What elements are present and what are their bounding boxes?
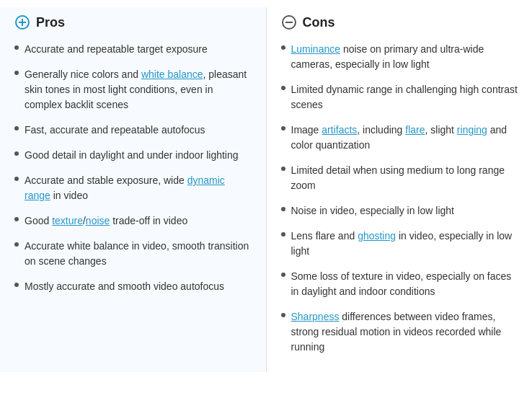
list-item-text: Mostly accurate and smooth video autofoc… [25,279,252,294]
list-item: Accurate white balance in video, smooth … [14,239,252,269]
pros-title: Pros [36,15,65,30]
bullet-icon [14,217,19,221]
list-item: Mostly accurate and smooth video autofoc… [14,279,252,294]
link[interactable]: Luminance [291,43,341,55]
bullet-icon [281,232,285,237]
list-item-text: Sharpness differences between video fram… [291,309,518,355]
bullet-icon [281,207,285,211]
bullet-icon [14,126,19,131]
pros-header: Pros [14,14,252,30]
list-item-text: Image artifacts, including flare, slight… [291,123,518,153]
cons-column: Cons Luminance noise on primary and ultr… [267,7,533,372]
bullet-icon [14,71,19,75]
list-item: Fast, accurate and repeatable autofocus [14,123,252,138]
list-item-text: Accurate white balance in video, smooth … [25,239,252,269]
pros-icon [14,14,30,30]
list-item-text: Lens flare and ghosting in video, especi… [291,229,518,259]
list-item-text: Limited dynamic range in challenging hig… [291,82,518,112]
bullet-icon [14,151,19,156]
list-item: Generally nice colors and white balance,… [14,67,252,112]
list-item: Good texture/noise trade-off in video [14,213,252,229]
list-item-text: Fast, accurate and repeatable autofocus [25,123,252,138]
bullet-icon [281,126,285,131]
bullet-icon [14,177,19,181]
pros-list: Accurate and repeatable target exposureG… [14,42,252,294]
list-item: Noise in video, especially in low light [281,203,518,218]
pros-column: Pros Accurate and repeatable target expo… [0,7,267,372]
link[interactable]: dynamic range [25,174,225,201]
list-item-text: Good texture/noise trade-off in video [25,213,252,229]
cons-list: Luminance noise on primary and ultra-wid… [281,42,518,355]
list-item: Image artifacts, including flare, slight… [281,123,518,153]
list-item-text: Luminance noise on primary and ultra-wid… [291,42,518,72]
list-item: Limited dynamic range in challenging hig… [281,82,518,112]
list-item-text: Good detail in daylight and under indoor… [25,148,252,163]
bullet-icon [281,313,285,317]
link[interactable]: ghosting [358,230,396,242]
main-container: Pros Accurate and repeatable target expo… [0,0,532,379]
cons-header: Cons [281,14,518,30]
bullet-icon [281,167,285,171]
list-item: Lens flare and ghosting in video, especi… [281,229,518,259]
list-item: Accurate and stable exposure, wide dynam… [14,173,252,203]
list-item: Good detail in daylight and under indoor… [14,148,252,163]
list-item-text: Some loss of texture in video, especiall… [291,269,518,299]
link[interactable]: white balance [141,68,203,80]
bullet-icon [281,86,285,90]
link[interactable]: noise [86,215,110,226]
bullet-icon [14,242,19,247]
cons-icon [281,14,297,30]
link[interactable]: artifacts [322,124,357,136]
bullet-icon [14,45,19,50]
list-item-text: Accurate and repeatable target exposure [25,42,252,57]
bullet-icon [14,283,19,287]
cons-title: Cons [303,15,335,30]
list-item-text: Accurate and stable exposure, wide dynam… [25,173,252,203]
list-item: Sharpness differences between video fram… [281,309,518,355]
bullet-icon [281,45,285,50]
bullet-icon [281,273,285,277]
list-item: Limited detail when using medium to long… [281,163,518,193]
list-item: Some loss of texture in video, especiall… [281,269,518,299]
link[interactable]: flare [405,124,425,136]
list-item-text: Limited detail when using medium to long… [291,163,518,193]
list-item: Accurate and repeatable target exposure [14,42,252,57]
link[interactable]: ringing [457,124,487,136]
link[interactable]: texture [52,215,83,226]
list-item: Luminance noise on primary and ultra-wid… [281,42,518,72]
list-item-text: Noise in video, especially in low light [291,203,518,218]
list-item-text: Generally nice colors and white balance,… [25,67,252,112]
link[interactable]: Sharpness [291,311,340,322]
